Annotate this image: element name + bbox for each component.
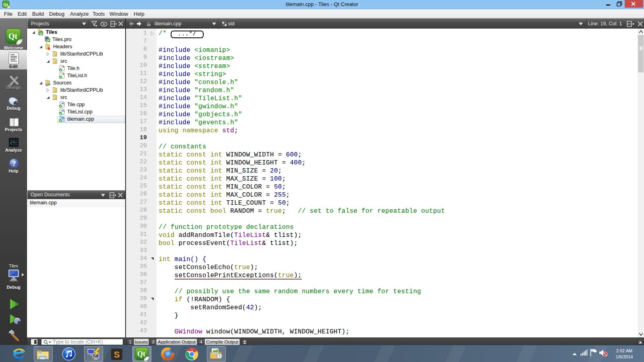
svg-text:?: ? bbox=[12, 160, 16, 168]
svg-text:h: h bbox=[47, 46, 50, 50]
svg-text:++: ++ bbox=[47, 83, 51, 86]
svg-text:S: S bbox=[114, 350, 120, 360]
svg-text:Qt: Qt bbox=[39, 32, 43, 35]
svg-text:Qt: Qt bbox=[46, 39, 50, 42]
svg-text:Qt: Qt bbox=[8, 32, 18, 41]
svg-text:Qt: Qt bbox=[3, 2, 8, 7]
svg-text:Qt: Qt bbox=[137, 350, 145, 358]
